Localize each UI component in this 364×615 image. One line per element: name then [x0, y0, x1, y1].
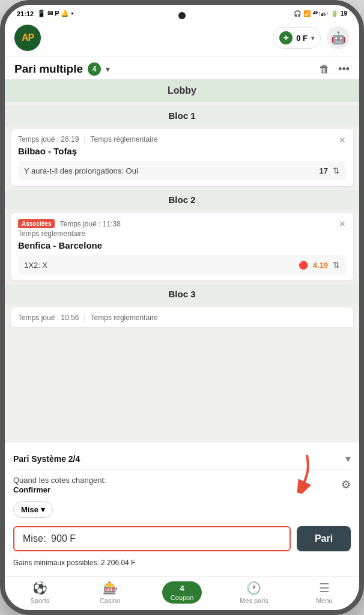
menu-icon: ☰ — [319, 581, 330, 595]
user-avatar[interactable]: 🤖 — [327, 26, 350, 49]
casino-label: Casino — [100, 597, 120, 604]
bottom-nav: ⚽ Sports 🎰 Casino 4 Coupon 🕐 Mes paris ☰… — [5, 577, 359, 610]
pari-title: Pari multiple — [14, 62, 83, 76]
top-nav: AP + 0 F ▾ 🤖 — [5, 20, 359, 56]
bloc2-card-header: Associées Temps joué : 11:38 Temps régle… — [18, 219, 346, 250]
wifi-icon: 📶 — [303, 10, 311, 17]
bloc1-divider: | — [83, 135, 85, 144]
pari-btn-label: Pari — [315, 533, 333, 544]
pari-systeme-chevron[interactable]: ▾ — [345, 452, 351, 465]
add-funds-icon[interactable]: + — [279, 31, 293, 44]
bloc2-header: Bloc 2 — [5, 190, 359, 210]
bloc3-title: Bloc 3 — [168, 289, 195, 299]
delete-pari-button[interactable]: 🗑 — [319, 63, 330, 76]
mise-chevron-icon: ▾ — [41, 505, 45, 514]
more-options-button[interactable]: ••• — [338, 63, 350, 76]
bloc1-card-header: Temps joué : 26:19 | Temps réglementaire… — [18, 135, 346, 156]
gains-label: Gains minimaux possibles: 2 206.04 F — [13, 559, 135, 567]
time-display: 21:12 — [17, 10, 34, 17]
status-icons: 📱 ✉ P 🔔 • — [37, 10, 73, 17]
cote-row: Quand les cotes changent: Confirmer ⚙ — [13, 470, 351, 499]
gains-row: Gains minimaux possibles: 2 206.04 F — [13, 556, 351, 571]
sports-label: Sports — [30, 597, 49, 604]
bloc1-time: Temps joué : 26:19 — [18, 135, 79, 144]
sports-icon: ⚽ — [32, 581, 47, 595]
bloc2-card: Associées Temps joué : 11:38 Temps régle… — [11, 213, 353, 280]
bloc2-time: Temps joué : 11:38 — [59, 220, 120, 228]
bloc1-close-button[interactable]: ✕ — [339, 135, 346, 145]
nav-item-menu[interactable]: ☰ Menu — [306, 581, 342, 604]
battery-level: 19 — [341, 10, 347, 17]
menu-label: Menu — [316, 597, 333, 604]
coupon-badge: 4 — [180, 584, 184, 593]
bloc1-teams: Bilbao - Tofaş — [18, 146, 158, 156]
bloc3-time: Temps joué : 10:56 — [18, 314, 79, 322]
bloc3-meta: Temps joué : 10:56 | Temps réglementaire — [18, 314, 346, 322]
balance-button[interactable]: + 0 F ▾ — [273, 27, 321, 49]
bloc2-teams: Benfica - Barcelone — [18, 240, 121, 250]
nav-item-mes-paris[interactable]: 🕐 Mes paris — [236, 581, 272, 604]
bloc2-type: Temps réglementaire — [18, 229, 85, 238]
scroll-content: Lobby Bloc 1 Temps joué : 26:19 | Temps … — [5, 79, 359, 442]
nav-item-sports[interactable]: ⚽ Sports — [22, 581, 58, 604]
fire-icon: 🔴 — [299, 261, 308, 270]
mes-paris-icon: 🕐 — [246, 581, 261, 595]
bloc2-swap-icon[interactable]: ⇅ — [333, 260, 340, 270]
bloc2-meta-type: Temps réglementaire — [18, 229, 121, 238]
bloc1-header: Bloc 1 — [5, 106, 359, 126]
settings-gear-icon[interactable]: ⚙ — [341, 478, 351, 491]
lobby-label: Lobby — [168, 85, 196, 95]
associees-badge: Associées — [18, 219, 55, 228]
bottom-section: Pari Système 2/4 ▾ Quand les cotes chang… — [5, 442, 359, 577]
pari-dropdown-icon[interactable]: ▾ — [106, 64, 110, 74]
pari-systeme-row: Pari Système 2/4 ▾ — [13, 449, 351, 470]
pari-systeme-label: Pari Système 2/4 — [13, 454, 80, 464]
bloc1-odds: 17 — [320, 166, 328, 175]
mise-dropdown-button[interactable]: Mise ▾ — [13, 501, 53, 518]
nav-item-casino[interactable]: 🎰 Casino — [92, 581, 128, 604]
bloc1-bet-row: Y aura-t-il des prolongations: Oui 17 ⇅ — [18, 161, 346, 180]
mise-input-row: Pari — [13, 526, 351, 551]
mise-label-row: Mise ▾ — [13, 499, 351, 521]
bloc2-title: Bloc 2 — [168, 195, 195, 205]
bloc1-swap-icon[interactable]: ⇅ — [333, 166, 340, 175]
bloc2-odds-row: 🔴 4.19 ⇅ — [299, 260, 340, 270]
lobby-section: Lobby — [5, 79, 359, 102]
balance-chevron-icon: ▾ — [311, 35, 314, 41]
signal-icon: ⁴⁵↑₄₅↑ — [313, 10, 329, 17]
bloc1-odds-row: 17 ⇅ — [320, 166, 340, 175]
top-nav-right: + 0 F ▾ 🤖 — [273, 26, 350, 49]
headphone-icon: 🎧 — [294, 10, 301, 17]
pari-header: Pari multiple 4 ▾ 🗑 ••• — [5, 56, 359, 79]
mes-paris-label: Mes paris — [240, 597, 268, 604]
pari-title-row: Pari multiple 4 ▾ — [14, 62, 110, 76]
cote-change-label: Quand les cotes changent: — [13, 476, 106, 485]
pari-actions: 🗑 ••• — [319, 63, 350, 76]
bloc1-type: Temps réglementaire — [91, 135, 158, 144]
bloc2-bet-row: 1X2: X 🔴 4.19 ⇅ — [18, 255, 346, 274]
mise-label: Mise — [21, 505, 38, 514]
bloc3-divider: | — [83, 314, 85, 322]
casino-icon: 🎰 — [103, 581, 118, 595]
bloc1-title: Bloc 1 — [168, 111, 195, 121]
balance-amount: 0 F — [296, 34, 308, 43]
status-time: 21:12 📱 ✉ P 🔔 • — [17, 10, 73, 17]
coupon-label: Coupon — [171, 594, 194, 601]
bloc2-close-button[interactable]: ✕ — [339, 219, 346, 229]
battery-icon: 🔋 — [331, 10, 338, 17]
bloc1-bet-label: Y aura-t-il des prolongations: Oui — [24, 166, 138, 175]
pari-button[interactable]: Pari — [297, 526, 351, 551]
nav-item-coupon[interactable]: 4 Coupon — [162, 581, 202, 604]
app-logo: AP — [14, 25, 41, 51]
plus-label: + — [284, 32, 289, 43]
cote-change-info: Quand les cotes changent: Confirmer — [13, 474, 106, 494]
bloc1-meta: Temps joué : 26:19 | Temps réglementaire… — [18, 135, 158, 156]
bloc2-meta: Associées Temps joué : 11:38 Temps régle… — [18, 219, 121, 250]
mise-input[interactable] — [13, 526, 291, 551]
pari-count-badge: 4 — [88, 62, 101, 76]
bloc3-header: Bloc 3 — [5, 284, 359, 304]
bloc1-meta-row: Temps joué : 26:19 | Temps réglementaire — [18, 135, 158, 144]
bloc1-card: Temps joué : 26:19 | Temps réglementaire… — [11, 129, 353, 186]
status-right-icons: 🎧 📶 ⁴⁵↑₄₅↑ 🔋 19 — [294, 10, 347, 17]
bloc3-card: Temps joué : 10:56 | Temps réglementaire — [11, 308, 353, 327]
